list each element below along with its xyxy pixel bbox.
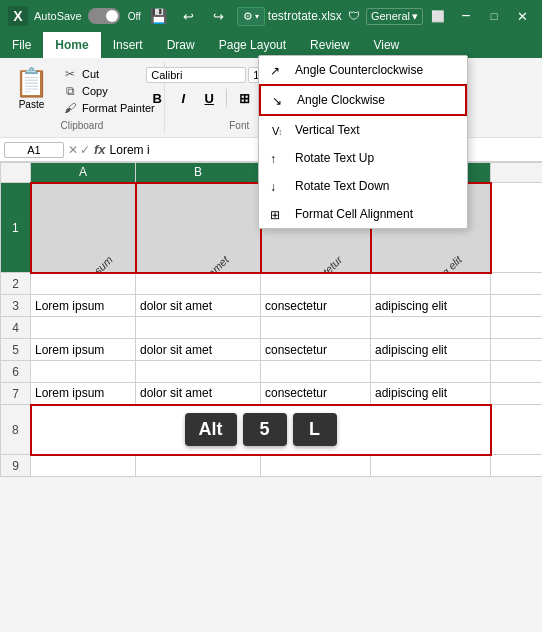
title-bar-right: ⬜ − □ ✕ [426, 4, 534, 28]
cell-B1[interactable]: dolor sit amet [136, 183, 261, 273]
cell-A2[interactable] [31, 273, 136, 295]
cell-D5[interactable]: adipiscing elit [371, 339, 491, 361]
tab-insert[interactable]: Insert [101, 32, 155, 58]
col-header-B[interactable]: B [136, 163, 261, 183]
row-header-9[interactable]: 9 [1, 455, 31, 477]
cell-E9[interactable] [491, 455, 543, 477]
cell-E1[interactable] [491, 183, 543, 273]
cell-E7[interactable] [491, 383, 543, 405]
cell-A7[interactable]: Lorem ipsum [31, 383, 136, 405]
row-header-4[interactable]: 4 [1, 317, 31, 339]
cell-A1[interactable]: Lorem ipsum [31, 183, 136, 273]
cancel-formula-icon[interactable]: ✕ [68, 143, 78, 157]
rotate-text-down-item[interactable]: ↓ Rotate Text Down [259, 172, 467, 200]
angle-counterclockwise-icon: ↗ [269, 61, 287, 79]
qat-dropdown[interactable]: ⚙ ▾ [237, 7, 265, 26]
cell-A9[interactable] [31, 455, 136, 477]
cell-D6[interactable] [371, 361, 491, 383]
formula-bar-icons: ✕ ✓ [68, 143, 90, 157]
rotate-text-up-item[interactable]: ↑ Rotate Text Up [259, 144, 467, 172]
col-header-E[interactable] [491, 163, 543, 183]
row-header-1[interactable]: 1 [1, 183, 31, 273]
angle-clockwise-item[interactable]: ↘ Angle Clockwise [259, 84, 467, 116]
cell-C3[interactable]: consectetur [261, 295, 371, 317]
cell-C6[interactable] [261, 361, 371, 383]
format-painter-item[interactable]: 🖌 Format Painter [59, 100, 158, 116]
minimize-button[interactable]: − [454, 4, 478, 28]
cell-B4[interactable] [136, 317, 261, 339]
cell-E4[interactable] [491, 317, 543, 339]
angle-counterclockwise-item[interactable]: ↗ Angle Counterclockwise [259, 56, 467, 84]
tab-home[interactable]: Home [43, 32, 100, 58]
redo-button[interactable]: ↪ [207, 4, 231, 28]
cell-C2[interactable] [261, 273, 371, 295]
cell-D2[interactable] [371, 273, 491, 295]
confirm-formula-icon[interactable]: ✓ [80, 143, 90, 157]
cell-E8[interactable] [491, 405, 543, 455]
vertical-text-item[interactable]: V↕ Vertical Text [259, 116, 467, 144]
cell-D4[interactable] [371, 317, 491, 339]
cell-C4[interactable] [261, 317, 371, 339]
cell-D7[interactable]: adipiscing elit [371, 383, 491, 405]
format-cell-alignment-icon: ⊞ [269, 205, 287, 223]
maximize-button[interactable]: □ [482, 4, 506, 28]
table-row: 6 [1, 361, 543, 383]
cell-A5[interactable]: Lorem ipsum [31, 339, 136, 361]
qat-arrow: ▾ [255, 12, 259, 21]
svg-text:↑: ↑ [270, 152, 276, 166]
save-qat-button[interactable]: 💾 [147, 4, 171, 28]
underline-button[interactable]: U [198, 88, 220, 108]
row-header-5[interactable]: 5 [1, 339, 31, 361]
title-bar: X AutoSave Off 💾 ↩ ↪ ⚙ ▾ testrotate.xlsx… [0, 0, 542, 32]
cell-C7[interactable]: consectetur [261, 383, 371, 405]
cell-E3[interactable] [491, 295, 543, 317]
cell-B5[interactable]: dolor sit amet [136, 339, 261, 361]
ribbon-display-button[interactable]: ⬜ [426, 4, 450, 28]
row-header-8[interactable]: 8 [1, 405, 31, 455]
copy-item[interactable]: ⧉ Copy [59, 83, 158, 99]
cell-B7[interactable]: dolor sit amet [136, 383, 261, 405]
close-button[interactable]: ✕ [510, 4, 534, 28]
paste-button[interactable]: 📋 Paste [6, 62, 57, 114]
row-header-7[interactable]: 7 [1, 383, 31, 405]
cell-B6[interactable] [136, 361, 261, 383]
tab-file[interactable]: File [0, 32, 43, 58]
angle-clockwise-label: Angle Clockwise [297, 93, 385, 107]
cell-E5[interactable] [491, 339, 543, 361]
row-header-3[interactable]: 3 [1, 295, 31, 317]
autosave-toggle[interactable] [88, 8, 120, 24]
cell-E6[interactable] [491, 361, 543, 383]
col-header-A[interactable]: A [31, 163, 136, 183]
cell-A6[interactable] [31, 361, 136, 383]
tab-draw[interactable]: Draw [155, 32, 207, 58]
format-cell-alignment-item[interactable]: ⊞ Format Cell Alignment [259, 200, 467, 228]
svg-text:↓: ↓ [270, 180, 276, 194]
cut-label: Cut [82, 68, 99, 80]
name-box[interactable] [4, 142, 64, 158]
copy-label: Copy [82, 85, 108, 97]
rotate-text-down-label: Rotate Text Down [295, 179, 390, 193]
undo-button[interactable]: ↩ [177, 4, 201, 28]
cell-B9[interactable] [136, 455, 261, 477]
italic-button[interactable]: I [172, 88, 194, 108]
row-header-6[interactable]: 6 [1, 361, 31, 383]
cell-B2[interactable] [136, 273, 261, 295]
svg-text:↘: ↘ [272, 94, 282, 108]
cell-E2[interactable] [491, 273, 543, 295]
cell-B3[interactable]: dolor sit amet [136, 295, 261, 317]
rotate-text-up-icon: ↑ [269, 149, 287, 167]
cell-C9[interactable] [261, 455, 371, 477]
cell-A3[interactable]: Lorem ipsum [31, 295, 136, 317]
cell-D9[interactable] [371, 455, 491, 477]
cut-item[interactable]: ✂ Cut [59, 66, 158, 82]
bold-button[interactable]: B [146, 88, 168, 108]
sensitivity-arrow: ▾ [412, 10, 418, 23]
table-row: 9 [1, 455, 543, 477]
font-name-input[interactable] [146, 67, 246, 83]
sensitivity-dropdown[interactable]: General ▾ [366, 8, 423, 25]
row-header-2[interactable]: 2 [1, 273, 31, 295]
cell-C5[interactable]: consectetur [261, 339, 371, 361]
cell-D3[interactable]: adipiscing elit [371, 295, 491, 317]
cell-A4[interactable] [31, 317, 136, 339]
border-button[interactable]: ⊞ [233, 88, 255, 108]
